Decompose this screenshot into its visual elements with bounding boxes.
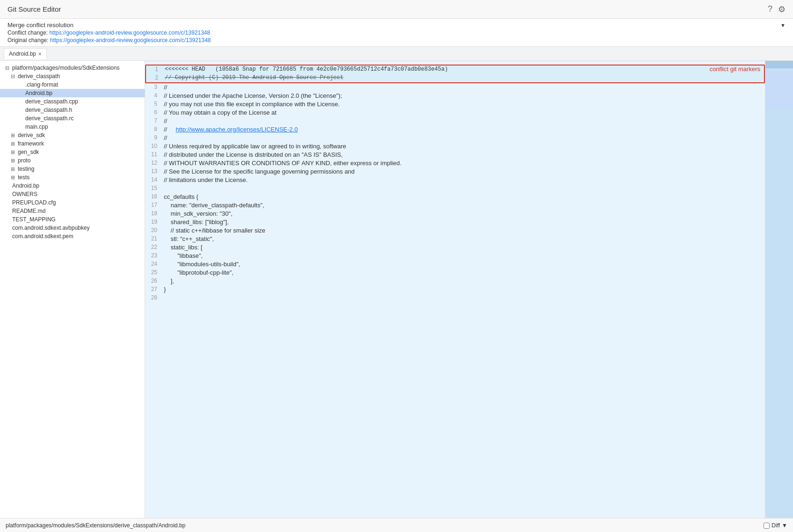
tree-item-label: derive_classpath.cpp xyxy=(25,98,78,105)
tree-item-label: PREUPLOAD.cfg xyxy=(12,199,56,206)
tree-item-label: Android.bp xyxy=(12,182,39,189)
tab-close-icon[interactable]: ✕ xyxy=(38,51,42,57)
tree-folder-testing[interactable]: ⊞ testing xyxy=(0,165,145,173)
tree-file-derive-cpp[interactable]: ⊟ derive_classpath.cpp xyxy=(0,97,145,106)
settings-icon[interactable]: ⚙ xyxy=(778,4,786,15)
tree-item-label: Android.bp xyxy=(25,90,52,96)
code-line-13: 13// See the License for the specific la… xyxy=(145,168,765,176)
tree-folder-tests[interactable]: ⊞ tests xyxy=(0,173,145,182)
tree-file-android-bp-root[interactable]: ⊟ Android.bp xyxy=(0,182,145,190)
diff-dropdown-arrow-icon[interactable]: ▼ xyxy=(782,522,787,529)
tree-item-label: com.android.sdkext.pem xyxy=(12,233,73,240)
code-line-28: 28 xyxy=(145,294,765,302)
tree-file-avbpubkey[interactable]: ⊟ com.android.sdkext.avbpubkey xyxy=(0,224,145,232)
diff-checkbox[interactable] xyxy=(764,523,770,529)
tree-item-label: .clang-format xyxy=(25,81,58,88)
tree-item-label: TEST_MAPPING xyxy=(12,216,56,223)
tree-item-label: derive_sdk xyxy=(18,132,45,138)
tree-file-test-mapping[interactable]: ⊟ TEST_MAPPING xyxy=(0,215,145,224)
code-editor[interactable]: conflict git markers 1 <<<<<<< HEAD (105… xyxy=(145,61,765,518)
tree-folder-derive-classpath[interactable]: ⊟ derive_classpath xyxy=(0,72,145,80)
code-line-15: 15 xyxy=(145,184,765,193)
code-line-9: 9// xyxy=(145,134,765,142)
tree-folder-gen-sdk[interactable]: ⊞ gen_sdk xyxy=(0,148,145,156)
code-line-4: 4// Licensed under the Apache License, V… xyxy=(145,92,765,100)
tree-item-label: tests xyxy=(18,174,29,181)
conflict-change-row: Conflict change: https://googleplex-andr… xyxy=(7,29,786,36)
code-line-10: 10// Unless required by applicable law o… xyxy=(145,142,765,151)
tree-file-pem[interactable]: ⊟ com.android.sdkext.pem xyxy=(0,232,145,240)
conflict-change-link[interactable]: https://googleplex-android-review.google… xyxy=(49,29,210,36)
tree-item-label: gen_sdk xyxy=(18,149,39,155)
code-line-17: 17 name: "derive_classpath-defaults", xyxy=(145,201,765,210)
original-change-link[interactable]: https://googleplex-android-review.google… xyxy=(50,37,211,44)
code-line-2: 2 // Copyright (C) 2019 The Android Open… xyxy=(146,74,764,82)
tree-file-derive-rc[interactable]: ⊟ derive_classpath.rc xyxy=(0,114,145,123)
code-line-8: 8// http://www.apache.org/licenses/LICEN… xyxy=(145,125,765,134)
code-line-19: 19 shared_libs: ["liblog"], xyxy=(145,218,765,226)
diff-label: Diff xyxy=(771,522,780,529)
code-line-24: 24 "libmodules-utils-build", xyxy=(145,260,765,269)
code-line-16: 16cc_defaults { xyxy=(145,193,765,201)
top-bar: Git Source Editor ? ⚙ xyxy=(0,0,793,19)
tree-file-readme[interactable]: ⊟ README.md xyxy=(0,207,145,215)
tree-folder-derive-sdk[interactable]: ⊞ derive_sdk xyxy=(0,131,145,139)
editor-area: ⊟ platform/packages/modules/SdkExtension… xyxy=(0,61,793,518)
tree-item-label: com.android.sdkext.avbpubkey xyxy=(12,225,89,231)
tree-root[interactable]: ⊟ platform/packages/modules/SdkExtension… xyxy=(0,64,145,72)
tree-file-owners[interactable]: ⊟ OWNERS xyxy=(0,190,145,198)
file-tree: ⊟ platform/packages/modules/SdkExtension… xyxy=(0,61,145,518)
tree-folder-proto[interactable]: ⊞ proto xyxy=(0,156,145,165)
code-line-27: 27} xyxy=(145,285,765,294)
merge-conflict-title: Merge conflict resolution ▼ xyxy=(7,22,786,29)
status-bar: platform/packages/modules/SdkExtensions/… xyxy=(0,518,793,532)
tree-item-label: framework xyxy=(18,140,44,147)
help-icon[interactable]: ? xyxy=(768,4,772,15)
diff-toggle[interactable]: Diff ▼ xyxy=(764,522,787,529)
code-line-20: 20 // static c++/libbase for smaller siz… xyxy=(145,226,765,235)
code-line-5: 5// you may not use this file except in … xyxy=(145,100,765,109)
code-line-3: 3// xyxy=(145,83,765,92)
code-line-7: 7// xyxy=(145,117,765,125)
code-line-14: 14// limitations under the License. xyxy=(145,176,765,184)
code-line-21: 21 stl: "c++_static", xyxy=(145,235,765,243)
file-path: platform/packages/modules/SdkExtensions/… xyxy=(6,522,185,529)
tree-expand-icon: ⊟ xyxy=(9,73,16,80)
info-bar: Merge conflict resolution ▼ Conflict cha… xyxy=(0,19,793,47)
code-line-26: 26 ], xyxy=(145,277,765,285)
original-change-row: Original change: https://googleplex-andr… xyxy=(7,37,786,44)
code-line-25: 25 "libprotobuf-cpp-lite", xyxy=(145,269,765,277)
tree-item-label: README.md xyxy=(12,208,45,214)
code-line-11: 11// distributed under the License is di… xyxy=(145,151,765,159)
code-line-18: 18 min_sdk_version: "30", xyxy=(145,210,765,218)
code-line-22: 22 static_libs: [ xyxy=(145,243,765,252)
conflict-region: 1 <<<<<<< HEAD (1058a6 Snap for 7216685 … xyxy=(145,65,765,83)
mini-map-highlight xyxy=(765,70,793,108)
code-line-23: 23 "libbase", xyxy=(145,252,765,260)
tree-item-label: testing xyxy=(18,166,34,172)
tree-file-main-cpp[interactable]: ⊟ main.cpp xyxy=(0,123,145,131)
tab-android-bp[interactable]: Android.bp ✕ xyxy=(4,48,47,59)
tree-file-derive-h[interactable]: ⊟ derive_classpath.h xyxy=(0,106,145,114)
tree-item-label: derive_classpath.rc xyxy=(25,115,73,122)
mini-map xyxy=(765,61,793,518)
tree-item-label: OWNERS xyxy=(12,191,37,197)
tree-file-preupload[interactable]: ⊟ PREUPLOAD.cfg xyxy=(0,198,145,207)
app-title: Git Source Editor xyxy=(7,5,61,13)
code-line-1: 1 <<<<<<< HEAD (1058a6 Snap for 7216685 … xyxy=(146,66,764,74)
tree-file-clang-format[interactable]: ⊟ .clang-format xyxy=(0,80,145,89)
tree-file-android-bp-selected[interactable]: ⊟ Android.bp xyxy=(0,89,145,97)
tab-label: Android.bp xyxy=(9,51,36,57)
tree-collapse-icon: ⊟ xyxy=(4,65,10,71)
tree-item-label: main.cpp xyxy=(25,124,48,130)
mini-map-conflict-bar xyxy=(765,61,793,68)
tab-bar: Android.bp ✕ xyxy=(0,47,793,61)
dropdown-arrow-icon[interactable]: ▼ xyxy=(780,22,786,28)
conflict-annotation: conflict git markers xyxy=(710,66,760,73)
tree-item-label: derive_classpath xyxy=(18,73,60,80)
license-link[interactable]: http://www.apache.org/licenses/LICENSE-2… xyxy=(176,126,298,133)
tree-folder-framework[interactable]: ⊞ framework xyxy=(0,139,145,148)
code-line-12: 12// WITHOUT WARRANTIES OR CONDITIONS OF… xyxy=(145,159,765,168)
tree-item-label: derive_classpath.h xyxy=(25,107,72,113)
tree-root-label: platform/packages/modules/SdkExtensions xyxy=(12,65,119,71)
